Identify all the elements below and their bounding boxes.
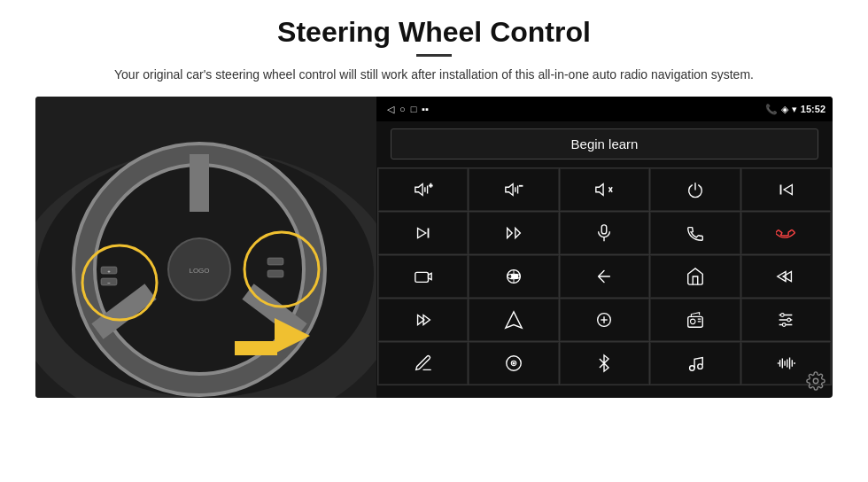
- music-button[interactable]: [650, 342, 740, 385]
- edit-button[interactable]: [378, 342, 468, 385]
- svg-point-62: [783, 323, 787, 327]
- svg-marker-20: [415, 184, 422, 196]
- svg-point-66: [689, 366, 694, 371]
- home-button[interactable]: [650, 255, 740, 298]
- icons-grid: + −: [377, 167, 832, 385]
- signal-icon: ▪▪: [422, 104, 429, 114]
- svg-point-61: [787, 318, 791, 322]
- photo-panel: LOGO + −: [35, 97, 376, 398]
- svg-rect-19: [235, 341, 277, 355]
- prev-track-button[interactable]: [741, 168, 831, 211]
- svg-text:LOGO: LOGO: [189, 267, 209, 275]
- icons-grid-wrapper: + −: [376, 167, 833, 386]
- vol-up-button[interactable]: +: [378, 168, 468, 211]
- title-divider: [416, 54, 452, 57]
- content-row: LOGO + −: [35, 97, 833, 398]
- vol-down-button[interactable]: −: [469, 168, 558, 211]
- svg-rect-39: [415, 272, 429, 282]
- svg-point-54: [690, 319, 695, 324]
- svg-text:−: −: [107, 280, 111, 285]
- settings-button[interactable]: [804, 369, 827, 393]
- svg-marker-40: [428, 273, 431, 279]
- hang-up-button[interactable]: [741, 212, 831, 254]
- sliders-button[interactable]: [741, 299, 831, 341]
- eq-button[interactable]: [560, 299, 649, 341]
- android-panel: ◁ ○ □ ▪▪ 📞 ◈ ▾ 15:52: [376, 97, 833, 398]
- svg-rect-37: [602, 225, 608, 234]
- statusbar-left: ◁ ○ □ ▪▪: [387, 104, 429, 115]
- recent-nav-icon[interactable]: □: [411, 104, 417, 114]
- svg-marker-45: [784, 272, 792, 282]
- statusbar-right: 📞 ◈ ▾ 15:52: [765, 104, 825, 115]
- cd-button[interactable]: [469, 342, 558, 385]
- begin-learn-bar: Begin learn: [376, 121, 833, 167]
- shuffle-button[interactable]: [469, 212, 558, 254]
- svg-point-76: [813, 378, 818, 384]
- svg-rect-16: [267, 258, 283, 265]
- skip-back-button[interactable]: [741, 255, 831, 298]
- statusbar: ◁ ○ □ ▪▪ 📞 ◈ ▾ 15:52: [376, 97, 833, 121]
- back-button[interactable]: [560, 255, 649, 298]
- begin-learn-button[interactable]: Begin learn: [391, 128, 818, 159]
- phone-button[interactable]: [650, 212, 740, 254]
- location-status-icon: ◈: [781, 104, 788, 115]
- status-time: 15:52: [801, 104, 825, 114]
- svg-text:+: +: [107, 268, 111, 274]
- svg-point-67: [698, 364, 703, 369]
- svg-marker-32: [784, 185, 792, 195]
- svg-marker-36: [515, 229, 521, 238]
- navigate-button[interactable]: [469, 299, 558, 341]
- bluetooth-button[interactable]: [560, 342, 649, 385]
- svg-text:−: −: [520, 183, 523, 189]
- back-nav-icon[interactable]: ◁: [387, 104, 394, 115]
- subtitle: Your original car's steering wheel contr…: [89, 66, 779, 84]
- svg-text:+: +: [429, 183, 432, 189]
- svg-marker-33: [417, 229, 425, 238]
- page-title: Steering Wheel Control: [35, 16, 833, 49]
- phone-status-icon: 📞: [765, 104, 778, 115]
- svg-marker-24: [506, 184, 513, 196]
- svg-point-60: [781, 314, 785, 317]
- page-container: Steering Wheel Control Your original car…: [0, 0, 868, 482]
- svg-rect-17: [267, 270, 283, 277]
- svg-text:360: 360: [511, 275, 518, 279]
- svg-point-65: [513, 362, 515, 364]
- 360-button[interactable]: 360: [469, 255, 558, 298]
- svg-marker-35: [508, 229, 513, 238]
- svg-marker-46: [778, 272, 786, 282]
- skip-next-button[interactable]: [378, 212, 468, 254]
- fast-forward-button[interactable]: [378, 299, 468, 341]
- wifi-status-icon: ▾: [792, 104, 797, 115]
- mute-button[interactable]: [560, 168, 649, 211]
- svg-marker-49: [506, 312, 522, 328]
- svg-marker-28: [596, 184, 603, 196]
- home-nav-icon[interactable]: ○: [399, 104, 406, 114]
- mic-button[interactable]: [560, 212, 649, 254]
- radio-button[interactable]: [650, 299, 740, 341]
- power-button[interactable]: [650, 168, 740, 211]
- title-section: Steering Wheel Control Your original car…: [35, 16, 833, 97]
- car-cam-button[interactable]: [378, 255, 468, 298]
